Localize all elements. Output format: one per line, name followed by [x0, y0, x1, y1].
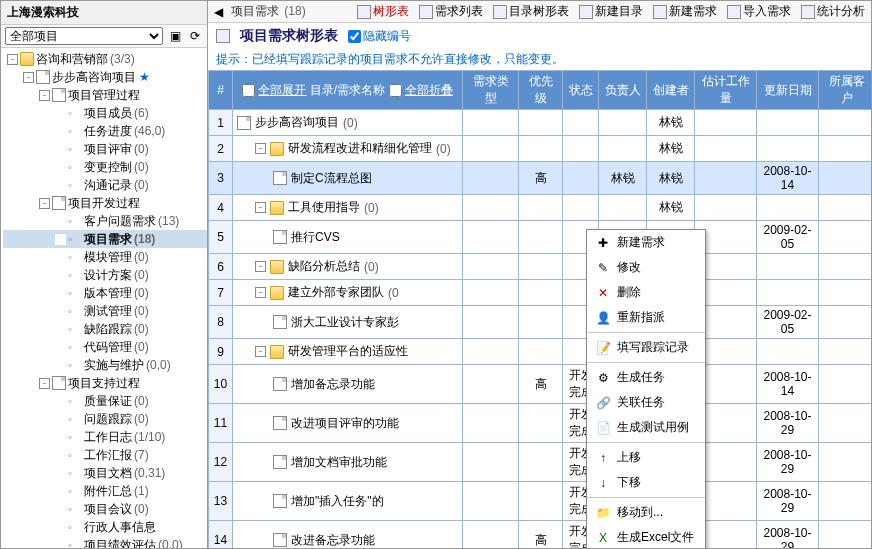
- context-menu[interactable]: ✚新建需求✎修改✕删除👤重新指派📝填写跟踪记录⚙生成任务🔗关联任务📄生成测试用例…: [586, 229, 706, 548]
- col-creator[interactable]: 创建者: [647, 71, 695, 110]
- row-toggle[interactable]: -: [255, 346, 266, 357]
- cell-name[interactable]: 步步高咨询项目 (0): [233, 110, 463, 136]
- tree-node[interactable]: ◦客户问题需求 (13): [3, 212, 207, 230]
- col-status[interactable]: 状态: [563, 71, 599, 110]
- tree-node[interactable]: ◦工作汇报 (7): [3, 446, 207, 464]
- tree-node[interactable]: ◦附件汇总 (1): [3, 482, 207, 500]
- cell-name[interactable]: -研发管理平台的适应性: [233, 339, 463, 365]
- tree-toggle[interactable]: -: [7, 54, 18, 65]
- menu-item[interactable]: 👤重新指派: [587, 305, 705, 330]
- tree-node[interactable]: -项目开发过程: [3, 194, 207, 212]
- tree-toggle[interactable]: -: [39, 90, 50, 101]
- tree-node[interactable]: ◦设计方案 (0): [3, 266, 207, 284]
- col-name[interactable]: 全部展开 目录/需求名称 全部折叠: [233, 71, 463, 110]
- table-row[interactable]: 1步步高咨询项目 (0)林锐: [209, 110, 872, 136]
- grid-wrap[interactable]: # 全部展开 目录/需求名称 全部折叠 需求类型 优先级 状态 负责人 创建者 …: [208, 70, 871, 548]
- cell-name[interactable]: -缺陷分析总结 (0): [233, 254, 463, 280]
- expand-all-link[interactable]: 全部展开: [258, 83, 306, 97]
- tree-node[interactable]: -项目管理过程: [3, 86, 207, 104]
- cell-name[interactable]: 制定C流程总图: [233, 162, 463, 195]
- select-all-checkbox[interactable]: [242, 84, 255, 97]
- menu-item[interactable]: ✚新建需求: [587, 230, 705, 255]
- tree-node[interactable]: ◦问题跟踪 (0): [3, 410, 207, 428]
- tree-node[interactable]: ◦任务进度 (46,0): [3, 122, 207, 140]
- menu-item[interactable]: ✎修改: [587, 255, 705, 280]
- table-row[interactable]: 14改进备忘录功能高开发完成黄曙江林锐2008-10-292条: [209, 521, 872, 549]
- table-row[interactable]: 4-工具使用指导 (0)林锐: [209, 195, 872, 221]
- tree-node[interactable]: -项目支持过程: [3, 374, 207, 392]
- tree-node[interactable]: ◦项目需求 (18): [3, 230, 207, 248]
- tree-node[interactable]: ◦实施与维护 (0,0): [3, 356, 207, 374]
- cell-name[interactable]: -工具使用指导 (0): [233, 195, 463, 221]
- tree-node[interactable]: ◦行政人事信息: [3, 518, 207, 536]
- back-icon[interactable]: ◀: [214, 5, 223, 19]
- menu-item[interactable]: 🔗关联任务: [587, 390, 705, 415]
- tree-node[interactable]: ◦代码管理 (0): [3, 338, 207, 356]
- tree-node[interactable]: ◦项目绩效评估 (0,0): [3, 536, 207, 548]
- cell-name[interactable]: 增加"插入任务"的: [233, 482, 463, 521]
- tree-toggle[interactable]: -: [39, 198, 50, 209]
- cell-name[interactable]: 改进项目评审的功能: [233, 404, 463, 443]
- table-row[interactable]: 2-研发流程改进和精细化管理 (0)林锐: [209, 136, 872, 162]
- table-row[interactable]: 12增加文档审批功能开发完成黄曙江林锐2008-10-292条: [209, 443, 872, 482]
- view-link[interactable]: 目录树形表: [493, 3, 569, 20]
- tree-node[interactable]: ◦质量保证 (0): [3, 392, 207, 410]
- row-toggle[interactable]: -: [255, 143, 266, 154]
- menu-item[interactable]: ⚙生成任务: [587, 365, 705, 390]
- table-row[interactable]: 11改进项目评审的功能开发完成石志强林锐2008-10-292条: [209, 404, 872, 443]
- table-row[interactable]: 9-研发管理平台的适应性林锐: [209, 339, 872, 365]
- col-num[interactable]: #: [209, 71, 233, 110]
- col-priority[interactable]: 优先级: [519, 71, 563, 110]
- menu-item[interactable]: ↑上移: [587, 445, 705, 470]
- view-link[interactable]: 统计分析: [801, 3, 865, 20]
- cell-name[interactable]: 增加文档审批功能: [233, 443, 463, 482]
- table-row[interactable]: 8浙大工业设计专家彭林锐2009-02-050条: [209, 306, 872, 339]
- table-row[interactable]: 5推行CVS黄曙江林锐2009-02-050条: [209, 221, 872, 254]
- project-tree[interactable]: -咨询和营销部 (3/3)-步步高咨询项目★-项目管理过程◦项目成员 (6)◦任…: [1, 48, 207, 548]
- tree-toggle[interactable]: -: [39, 378, 50, 389]
- table-row[interactable]: 7-建立外部专家团队 (0林锐: [209, 280, 872, 306]
- table-row[interactable]: 13增加"插入任务"的开发完成黄曙江林锐2008-10-291条: [209, 482, 872, 521]
- table-row[interactable]: 6-缺陷分析总结 (0)林锐: [209, 254, 872, 280]
- tree-node[interactable]: ◦项目成员 (6): [3, 104, 207, 122]
- table-row[interactable]: 10增加备忘录功能高开发完成黄曙江林锐2008-10-143条: [209, 365, 872, 404]
- tree-node[interactable]: ◦变更控制 (0): [3, 158, 207, 176]
- tree-toggle[interactable]: -: [23, 72, 34, 83]
- view-link[interactable]: 需求列表: [419, 3, 483, 20]
- col-type[interactable]: 需求类型: [463, 71, 519, 110]
- col-estimate[interactable]: 估计工作量: [695, 71, 757, 110]
- cell-name[interactable]: -研发流程改进和精细化管理 (0): [233, 136, 463, 162]
- collapse-tree-icon[interactable]: ▣: [167, 28, 183, 44]
- collapse-all-link[interactable]: 全部折叠: [405, 83, 453, 97]
- collapse-checkbox[interactable]: [389, 84, 402, 97]
- hide-id-checkbox[interactable]: 隐藏编号: [348, 28, 411, 45]
- col-updated[interactable]: 更新日期: [757, 71, 819, 110]
- menu-item[interactable]: ✕删除: [587, 280, 705, 305]
- view-link[interactable]: 树形表: [357, 3, 409, 20]
- menu-item[interactable]: 📁移动到...: [587, 500, 705, 525]
- row-toggle[interactable]: -: [255, 202, 266, 213]
- view-link[interactable]: 导入需求: [727, 3, 791, 20]
- project-select[interactable]: 全部项目: [5, 27, 163, 45]
- cell-name[interactable]: -建立外部专家团队 (0: [233, 280, 463, 306]
- table-row[interactable]: 3制定C流程总图高林锐林锐2008-10-140条: [209, 162, 872, 195]
- tree-node[interactable]: ◦项目会议 (0): [3, 500, 207, 518]
- menu-item[interactable]: 📝填写跟踪记录: [587, 335, 705, 360]
- menu-item[interactable]: 📄生成测试用例: [587, 415, 705, 440]
- tree-node[interactable]: ◦缺陷跟踪 (0): [3, 320, 207, 338]
- col-owner[interactable]: 负责人: [599, 71, 647, 110]
- tree-node[interactable]: ◦项目文档 (0,31): [3, 464, 207, 482]
- refresh-icon[interactable]: ⟳: [187, 28, 203, 44]
- tree-node[interactable]: ◦沟通记录 (0): [3, 176, 207, 194]
- view-link[interactable]: 新建需求: [653, 3, 717, 20]
- tree-node[interactable]: ◦测试管理 (0): [3, 302, 207, 320]
- tree-node[interactable]: ◦项目评审 (0): [3, 140, 207, 158]
- view-link[interactable]: 新建目录: [579, 3, 643, 20]
- col-customer[interactable]: 所属客户: [819, 71, 872, 110]
- tree-node[interactable]: ◦版本管理 (0): [3, 284, 207, 302]
- tree-node[interactable]: ◦工作日志 (1/10): [3, 428, 207, 446]
- row-toggle[interactable]: -: [255, 287, 266, 298]
- menu-item[interactable]: X生成Excel文件: [587, 525, 705, 548]
- row-toggle[interactable]: -: [255, 261, 266, 272]
- tree-node[interactable]: ◦模块管理 (0): [3, 248, 207, 266]
